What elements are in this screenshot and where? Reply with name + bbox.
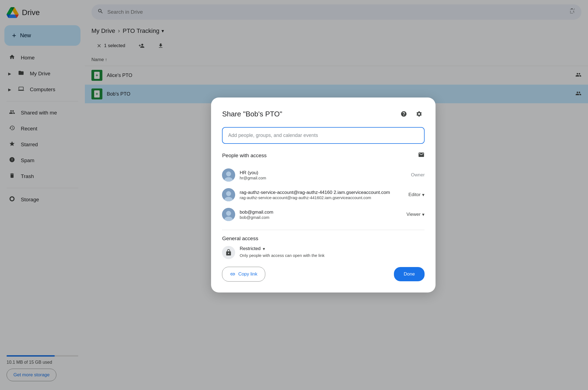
- lock-icon: [222, 246, 235, 259]
- share-people-input[interactable]: [222, 127, 425, 144]
- bob-name: bob@gmail.com: [240, 210, 402, 215]
- service-account-person-info: rag-authz-service-account@rag-authz-4416…: [240, 190, 404, 200]
- service-account-avatar: [222, 188, 235, 201]
- modal-header: Share "Bob's PTO": [222, 108, 425, 119]
- share-modal: Share "Bob's PTO" People with access HR: [211, 97, 436, 292]
- done-button[interactable]: Done: [394, 267, 425, 281]
- service-account-role-dropdown-icon: ▾: [422, 192, 425, 198]
- bob-email: bob@gmail.com: [240, 215, 402, 220]
- person-row-hr: HR (you) hr@gmail.com Owner: [222, 165, 425, 185]
- service-account-name: rag-authz-service-account@rag-authz-4416…: [240, 190, 404, 195]
- bob-avatar: [222, 208, 235, 221]
- modal-divider: [222, 230, 425, 230]
- people-with-access-title: People with access: [222, 153, 267, 159]
- modal-footer: Copy link Done: [222, 267, 425, 282]
- settings-icon-button[interactable]: [414, 108, 425, 119]
- person-row-service-account: rag-authz-service-account@rag-authz-4416…: [222, 185, 425, 205]
- hr-email: hr@gmail.com: [240, 176, 407, 180]
- help-icon-button[interactable]: [398, 108, 409, 119]
- restricted-row: Restricted ▾: [240, 246, 425, 251]
- service-account-role-selector[interactable]: Editor ▾: [408, 192, 425, 198]
- bob-role-label: Viewer: [407, 212, 421, 217]
- hr-name: HR (you): [240, 170, 407, 176]
- bob-person-info: bob@gmail.com bob@gmail.com: [240, 210, 402, 220]
- hr-avatar: [222, 168, 235, 182]
- modal-header-actions: [398, 108, 425, 119]
- person-row-bob: bob@gmail.com bob@gmail.com Viewer ▾: [222, 205, 425, 224]
- svg-point-7: [226, 211, 231, 216]
- restricted-dropdown-icon[interactable]: ▾: [263, 246, 265, 251]
- bob-role-dropdown-icon: ▾: [422, 212, 425, 217]
- hr-person-info: HR (you) hr@gmail.com: [240, 170, 407, 180]
- hr-role: Owner: [411, 172, 425, 178]
- service-account-email: rag-authz-service-account@rag-authz-4416…: [240, 195, 404, 200]
- restricted-label: Restricted: [240, 246, 261, 251]
- email-icon[interactable]: [418, 151, 425, 160]
- svg-point-4: [226, 191, 231, 196]
- modal-title: Share "Bob's PTO": [222, 110, 282, 118]
- general-access-row: Restricted ▾ Only people with access can…: [222, 246, 425, 259]
- general-access-section: General access Restricted ▾ Only people …: [222, 236, 425, 259]
- copy-link-label: Copy link: [238, 271, 257, 277]
- copy-link-button[interactable]: Copy link: [222, 267, 265, 282]
- people-access-section-header: People with access: [222, 151, 425, 160]
- general-access-info: Restricted ▾ Only people with access can…: [240, 246, 425, 258]
- restricted-description: Only people with access can open with th…: [240, 253, 425, 258]
- svg-point-1: [226, 171, 231, 176]
- bob-role-selector[interactable]: Viewer ▾: [407, 212, 425, 217]
- general-access-title: General access: [222, 236, 425, 242]
- service-account-role-label: Editor: [408, 192, 420, 197]
